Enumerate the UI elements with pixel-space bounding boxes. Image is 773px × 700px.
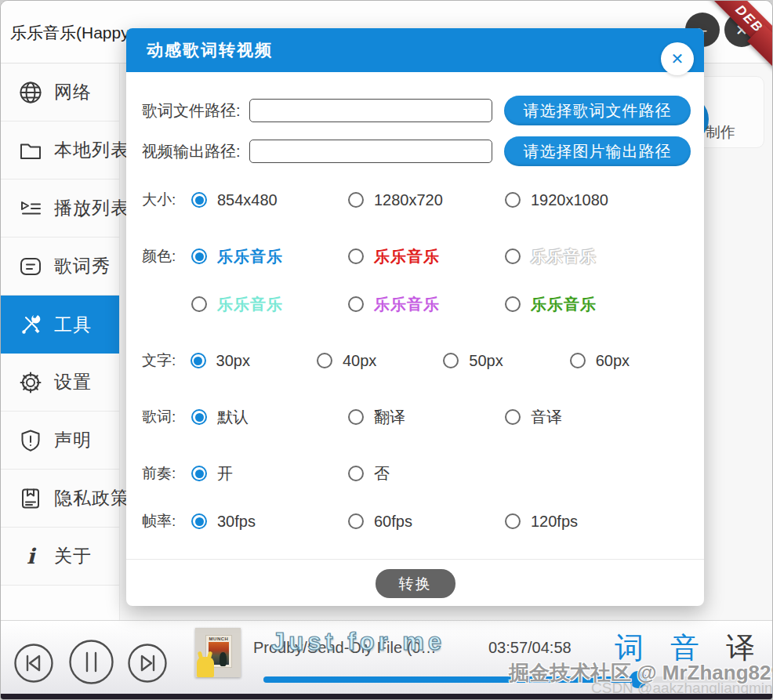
color-row1-option-3[interactable]: 乐乐音乐 (505, 246, 662, 267)
previous-track-button[interactable] (13, 643, 54, 687)
video-output-path-select-button[interactable]: 请选择图片输出路径 (504, 136, 691, 166)
option-text: 30px (216, 352, 250, 370)
color-row1-option-2[interactable]: 乐乐音乐 (348, 246, 505, 267)
lyric-toggle-2[interactable]: 音 (670, 633, 699, 662)
font-size-option-4[interactable]: 60px (570, 352, 696, 370)
sidebar-item-settings[interactable]: 设置 (1, 354, 119, 412)
convert-button[interactable]: 转换 (376, 569, 455, 598)
lyric-toggle-1[interactable]: 词 (615, 633, 644, 662)
lyrics-icon (18, 254, 43, 279)
intro-option-2[interactable]: 否 (348, 463, 505, 484)
option-text: 否 (374, 463, 390, 484)
pause-button[interactable] (68, 639, 114, 688)
color-row1-label: 颜色: (142, 246, 191, 267)
gear-icon (18, 370, 43, 395)
pause-icon (68, 639, 114, 685)
sidebar-item-label: 工具 (54, 313, 92, 337)
radio-icon (191, 296, 207, 312)
sidebar-item-network[interactable]: 网络 (1, 63, 119, 122)
globe-icon (18, 80, 43, 105)
lyric-file-path-select-button[interactable]: 请选择歌词文件路径 (504, 96, 691, 125)
option-text: 40px (343, 352, 376, 370)
radio-selected-icon (191, 513, 207, 529)
option-text: 音译 (531, 407, 562, 428)
color-row2-option-1[interactable]: 乐乐音乐 (191, 294, 348, 315)
font-size-option-1[interactable]: 30px (191, 352, 317, 370)
radio-icon (348, 513, 364, 529)
radio-icon (348, 296, 364, 312)
next-track-button[interactable] (127, 643, 168, 687)
path-fields: 歌词文件路径:请选择歌词文件路径视频输出路径:请选择图片输出路径 (142, 90, 693, 172)
svg-text:i: i (27, 544, 37, 568)
radio-selected-icon (191, 192, 207, 208)
font-size-row: 文字:30px40px50px60px (142, 337, 696, 384)
size-option-1[interactable]: 854x480 (191, 191, 348, 209)
option-text: 60px (596, 352, 630, 370)
size-option-3[interactable]: 1920x1080 (505, 191, 662, 209)
fps-option-3[interactable]: 120fps (505, 513, 662, 531)
video-output-path-label: 视频输出路径: (142, 141, 249, 162)
sidebar-item-lyrics[interactable]: 歌词秀 (1, 238, 119, 296)
font-size-label: 文字: (142, 350, 191, 371)
radio-icon (443, 353, 459, 368)
option-text: 开 (217, 463, 233, 484)
dialog-close-button[interactable]: ✕ (661, 42, 694, 75)
tool-card-label: 制作 (706, 122, 735, 143)
sidebar-item-label: 歌词秀 (54, 254, 111, 278)
lyric-overlay-text: Just for me (271, 628, 445, 656)
sidebar-item-playlist[interactable]: 播放列表 (1, 180, 119, 238)
dialog-header: 动感歌词转视频 ✕ (126, 28, 704, 72)
option-text: 乐乐音乐 (374, 294, 440, 315)
size-row: 大小:854x4801280x7201920x1080 (142, 176, 696, 223)
option-text: 乐乐音乐 (217, 246, 283, 267)
dialog-title: 动感歌词转视频 (147, 39, 273, 61)
sidebar-item-local[interactable]: 本地列表 (1, 122, 119, 180)
radio-icon (505, 409, 521, 425)
radio-icon (570, 353, 586, 368)
font-size-option-2[interactable]: 40px (317, 352, 443, 370)
window-bottom-edge (1, 694, 772, 699)
radio-icon (505, 192, 521, 208)
fps-option-1[interactable]: 30fps (191, 513, 348, 531)
option-text: 默认 (217, 407, 249, 428)
lyric-mode-option-2[interactable]: 翻译 (348, 407, 505, 428)
option-text: 乐乐音乐 (531, 294, 597, 315)
app-window: 乐乐音乐(Happy – ✕ 网络本地列表播放列表歌词秀工具设置声明隐私政策i关… (0, 0, 773, 700)
option-text: 1280x720 (374, 191, 443, 209)
next-icon (127, 643, 168, 684)
lyric-mode-label: 歌词: (142, 407, 191, 427)
video-output-path-input[interactable] (249, 140, 492, 163)
size-label: 大小: (142, 190, 191, 210)
option-text: 乐乐音乐 (531, 246, 597, 267)
previous-icon (13, 643, 54, 684)
lyric-mode-option-1[interactable]: 默认 (191, 407, 348, 428)
playlist-icon (18, 196, 43, 221)
lyric-toggle-3[interactable]: 译 (726, 633, 755, 662)
sidebar-item-privacy[interactable]: 隐私政策 (1, 470, 119, 528)
fps-option-2[interactable]: 60fps (348, 513, 505, 531)
radio-icon (505, 248, 521, 264)
sidebar-item-tools[interactable]: 工具 (1, 296, 119, 354)
lyric-file-path-input[interactable] (249, 99, 492, 122)
size-option-2[interactable]: 1280x720 (348, 191, 505, 209)
lyric-toggle-group: 词音译 (615, 633, 755, 662)
intro-option-1[interactable]: 开 (191, 463, 348, 484)
font-size-option-3[interactable]: 50px (443, 352, 569, 370)
lyric-mode-option-3[interactable]: 音译 (505, 407, 662, 428)
option-groups: 大小:854x4801280x7201920x1080颜色:乐乐音乐乐乐音乐乐乐… (142, 176, 696, 554)
folder-icon (18, 138, 43, 163)
option-text: 50px (469, 352, 503, 370)
sidebar-item-label: 设置 (54, 370, 92, 394)
playback-time: 03:57/04:58 (488, 639, 572, 657)
sidebar-item-notice[interactable]: 声明 (1, 412, 119, 470)
color-row1-option-1[interactable]: 乐乐音乐 (191, 246, 348, 267)
app-title: 乐乐音乐(Happy (10, 22, 129, 44)
color-row2-option-2[interactable]: 乐乐音乐 (348, 294, 505, 315)
sidebar-item-about[interactable]: i关于 (1, 528, 119, 586)
pikachu-figure (197, 657, 214, 677)
color-row2-option-3[interactable]: 乐乐音乐 (505, 294, 662, 315)
dialog-footer-divider (126, 559, 704, 560)
fps-label: 帧率: (142, 511, 191, 531)
radio-icon (348, 466, 364, 481)
radio-icon (317, 353, 332, 368)
